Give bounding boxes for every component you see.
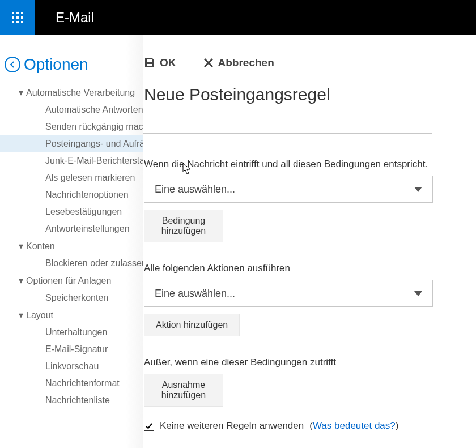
add-condition-button[interactable]: Bedingung hinzufügen bbox=[144, 210, 223, 242]
svg-rect-8 bbox=[21, 21, 23, 23]
condition-select[interactable]: Eine auswählen... bbox=[144, 176, 433, 203]
action-select-value: Eine auswählen... bbox=[155, 288, 235, 300]
page-title: Neue Posteingangsregel bbox=[143, 85, 476, 104]
help-paren-close: ) bbox=[396, 420, 399, 431]
grid-icon bbox=[12, 12, 23, 23]
stop-rules-label: Keine weiteren Regeln anwenden bbox=[160, 420, 304, 432]
app-title: E-Mail bbox=[56, 10, 94, 25]
caret-down-icon: ▾ bbox=[18, 241, 24, 251]
back-arrow-icon bbox=[5, 57, 20, 72]
sidebar-item-mark-read[interactable]: Als gelesen markieren bbox=[0, 169, 143, 186]
sidebar-item-conversations[interactable]: Unterhaltungen bbox=[0, 324, 143, 341]
sidebar-item-undo-send[interactable]: Senden rückgängig machen bbox=[0, 118, 143, 135]
sidebar-item-message-format[interactable]: Nachrichtenformat bbox=[0, 375, 143, 392]
options-back-button[interactable]: Optionen bbox=[0, 56, 143, 74]
sidebar-item-message-options[interactable]: Nachrichtenoptionen bbox=[0, 186, 143, 203]
chevron-down-icon bbox=[414, 288, 422, 300]
sidebar-item-block-allow[interactable]: Blockieren oder zulassen bbox=[0, 255, 143, 272]
action-select[interactable]: Eine auswählen... bbox=[144, 280, 433, 307]
rule-name-input[interactable] bbox=[143, 114, 432, 134]
sidebar-item-auto-replies[interactable]: Automatische Antworten bbox=[0, 101, 143, 118]
svg-rect-7 bbox=[16, 21, 19, 23]
svg-marker-12 bbox=[414, 291, 422, 296]
stop-rules-checkbox[interactable] bbox=[144, 421, 154, 431]
svg-rect-0 bbox=[12, 12, 14, 14]
svg-rect-1 bbox=[16, 12, 19, 14]
ok-button[interactable]: OK bbox=[144, 57, 176, 69]
svg-rect-6 bbox=[12, 21, 14, 23]
save-icon bbox=[144, 57, 155, 69]
conditions-label: Wenn die Nachricht eintrifft und all die… bbox=[144, 159, 476, 170]
sidebar-item-signature[interactable]: E-Mail-Signatur bbox=[0, 341, 143, 358]
actions-label: Alle folgenden Aktionen ausführen bbox=[144, 263, 476, 274]
svg-rect-5 bbox=[21, 16, 23, 19]
sidebar-item-message-list[interactable]: Nachrichtenliste bbox=[0, 392, 143, 409]
add-exception-button[interactable]: Ausnahme hinzufügen bbox=[144, 374, 223, 407]
sidebar-item-junk-report[interactable]: Junk-E-Mail-Berichterstattung bbox=[0, 152, 143, 169]
sidebar-item-inbox-rules[interactable]: Posteingangs- und Aufräumregeln bbox=[0, 135, 143, 152]
caret-down-icon: ▾ bbox=[18, 87, 24, 98]
sidebar-section-accounts[interactable]: ▾ Konten bbox=[0, 237, 143, 255]
options-sidebar: Optionen ▾ Automatische Verarbeitung Aut… bbox=[0, 35, 143, 448]
rule-editor-panel: OK Abbrechen Neue Posteingangsregel Wenn… bbox=[143, 35, 476, 448]
sidebar-item-storage[interactable]: Speicherkonten bbox=[0, 289, 143, 306]
sidebar-section-attachments[interactable]: ▾ Optionen für Anlagen bbox=[0, 272, 143, 289]
svg-rect-4 bbox=[16, 16, 19, 19]
svg-rect-3 bbox=[12, 16, 14, 19]
add-action-button[interactable]: Aktion hinzufügen bbox=[144, 314, 240, 336]
sidebar-item-reply-settings[interactable]: Antworteinstellungen bbox=[0, 220, 143, 237]
condition-select-value: Eine auswählen... bbox=[155, 184, 235, 195]
options-back-label: Optionen bbox=[24, 56, 88, 74]
options-tree: ▾ Automatische Verarbeitung Automatische… bbox=[0, 84, 143, 409]
close-icon bbox=[203, 58, 214, 68]
caret-down-icon: ▾ bbox=[18, 310, 24, 321]
sidebar-section-layout[interactable]: ▾ Layout bbox=[0, 306, 143, 324]
caret-down-icon: ▾ bbox=[18, 275, 24, 286]
app-launcher-button[interactable] bbox=[0, 0, 35, 35]
checkmark-icon bbox=[145, 422, 153, 430]
sidebar-item-link-preview[interactable]: Linkvorschau bbox=[0, 358, 143, 375]
svg-marker-11 bbox=[414, 187, 422, 192]
sidebar-section-automatic[interactable]: ▾ Automatische Verarbeitung bbox=[0, 84, 143, 101]
sidebar-item-read-receipts[interactable]: Lesebestätigungen bbox=[0, 203, 143, 220]
svg-rect-2 bbox=[21, 12, 23, 14]
chevron-down-icon bbox=[414, 184, 422, 195]
stop-rules-help-link[interactable]: Was bedeutet das? bbox=[313, 420, 396, 431]
cancel-button[interactable]: Abbrechen bbox=[203, 57, 274, 69]
exceptions-label: Außer, wenn eine dieser Bedingungen zutr… bbox=[144, 357, 476, 368]
